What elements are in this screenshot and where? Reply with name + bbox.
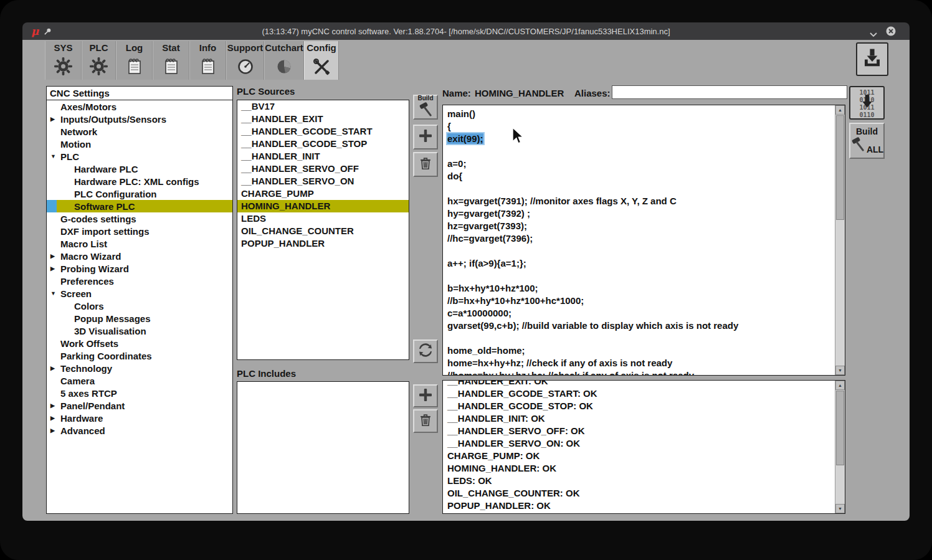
add-source-button[interactable]	[413, 125, 438, 149]
tree-item-advanced[interactable]: ▶Advanced	[47, 424, 232, 437]
tree-item-5-axes-rtcp[interactable]: 5 axes RTCP	[47, 387, 232, 399]
tree-item-hardware-plc[interactable]: Hardware PLC	[47, 163, 232, 175]
plc-source-leds[interactable]: LEDS	[237, 212, 409, 225]
plc-source-handler-init[interactable]: __HANDLER_INIT	[237, 150, 409, 163]
download-button[interactable]	[856, 42, 888, 76]
chevron-collapsed-icon[interactable]: ▶	[50, 402, 60, 409]
chevron-collapsed-icon[interactable]: ▶	[50, 427, 60, 434]
tree-item-network[interactable]: Network	[47, 125, 232, 138]
plc-source-handler-servo-off[interactable]: __HANDLER_SERVO_OFF	[237, 163, 409, 175]
tree-item-label: Popup Messages	[74, 313, 151, 324]
plc-source-handler-gcode-stop[interactable]: __HANDLER_GCODE_STOP	[237, 138, 409, 150]
reload-sources-button[interactable]	[413, 339, 438, 363]
tree-item-label: Macro Wizard	[60, 251, 121, 262]
titlebar[interactable]: μ (13:13:47) myCNC control software. Ver…	[22, 22, 910, 40]
chevron-down-icon[interactable]	[870, 29, 877, 40]
chevron-collapsed-icon[interactable]: ▶	[50, 116, 60, 122]
tree-item-plc-configuration[interactable]: PLC Configuration	[47, 187, 232, 200]
settings-tree: Axes/Motors▶Inputs/Outputs/SensorsNetwor…	[47, 100, 232, 437]
pin-icon[interactable]	[44, 27, 52, 36]
tree-item-colors[interactable]: Colors	[47, 300, 232, 312]
build-button[interactable]: Build	[413, 95, 438, 120]
build-all-button[interactable]: Build ALL	[849, 123, 885, 159]
tab-stat[interactable]: Stat	[153, 41, 189, 80]
plc-source-handler-exit[interactable]: __HANDLER_EXIT	[237, 113, 409, 125]
plc-source-handler-servo-on[interactable]: __HANDLER_SERVO_ON	[237, 175, 409, 187]
tree-item-g-codes-settings[interactable]: G-codes settings	[47, 212, 232, 225]
tab-support[interactable]: Support	[226, 41, 264, 80]
tree-item-work-offsets[interactable]: Work Offsets	[47, 337, 232, 349]
code-editor[interactable]: main(){exit(99); a=0;do{ hx=gvarget(7391…	[442, 105, 845, 376]
main-area: SYSPLCLogStatInfoSupportCutchartConfig C…	[22, 40, 910, 521]
tree-item-motion[interactable]: Motion	[47, 138, 232, 150]
chevron-expanded-icon[interactable]: ▼	[50, 290, 60, 297]
tab-sys[interactable]: SYS	[45, 41, 82, 80]
tree-item-label: Hardware	[60, 413, 103, 424]
tree-item-popup-messages[interactable]: Popup Messages	[47, 312, 232, 325]
tab-label: Support	[227, 42, 264, 53]
plc-source-bv17[interactable]: __BV17	[237, 100, 409, 113]
scroll-up-icon[interactable]: ▲	[835, 381, 845, 390]
tree-item-technology[interactable]: ▶Technology	[47, 362, 232, 374]
tab-plc[interactable]: PLC	[82, 41, 116, 80]
build-all-label-top: Build	[856, 127, 878, 136]
chevron-collapsed-icon[interactable]: ▶	[50, 365, 60, 371]
chevron-expanded-icon[interactable]: ▼	[50, 153, 60, 159]
tree-item-panel-pendant[interactable]: ▶Panel/Pendant	[47, 399, 232, 412]
tab-log[interactable]: Log	[116, 41, 153, 80]
tree-item-label: Motion	[60, 139, 91, 149]
editor-scrollbar[interactable]: ▲ ▼	[835, 105, 845, 375]
aliases-input[interactable]	[612, 85, 847, 99]
download-icon	[861, 47, 883, 72]
tree-item-preferences[interactable]: Preferences	[47, 275, 232, 287]
plc-source-popup-handler[interactable]: POPUP_HANDLER	[237, 237, 409, 250]
scroll-up-icon[interactable]: ▲	[835, 105, 845, 115]
tree-item-probing-wizard[interactable]: ▶Probing Wizard	[47, 262, 232, 275]
window-bezel: μ (13:13:47) myCNC control software. Ver…	[0, 0, 932, 560]
plc-source-handler-gcode-start[interactable]: __HANDLER_GCODE_START	[237, 125, 409, 138]
tab-label: Info	[199, 42, 217, 53]
tree-item-parking-coordinates[interactable]: Parking Coordinates	[47, 349, 232, 362]
code-line	[447, 183, 845, 195]
build-output-line: __HANDLER_SERVO_ON: OK	[447, 437, 845, 450]
tree-item-macro-list[interactable]: Macro List	[47, 237, 232, 250]
gear-icon	[54, 53, 73, 80]
build-output-line: CHARGE_PUMP: OK	[447, 450, 845, 462]
code-area[interactable]: main(){exit(99); a=0;do{ hx=gvarget(7391…	[443, 105, 845, 376]
chevron-collapsed-icon[interactable]: ▶	[50, 415, 60, 421]
tree-item-axes-motors[interactable]: Axes/Motors	[47, 100, 232, 113]
notes-icon	[126, 53, 143, 80]
scroll-down-icon[interactable]: ▼	[835, 366, 845, 375]
window-close-button[interactable]	[886, 26, 896, 39]
plc-source-charge-pump[interactable]: CHARGE_PUMP	[237, 187, 409, 200]
plc-source-homing-handler[interactable]: HOMING_HANDLER	[237, 200, 409, 212]
add-include-button[interactable]	[413, 384, 438, 407]
build-output-line: __HANDLER_GCODE_STOP: OK	[447, 400, 845, 412]
tab-cutchart[interactable]: Cutchart	[264, 41, 304, 80]
tab-info[interactable]: Info	[189, 41, 226, 80]
tree-item-dxf-import-settings[interactable]: DXF import settings	[47, 225, 232, 237]
tree-item-plc[interactable]: ▼PLC	[47, 150, 232, 163]
editor-scrollbar-thumb[interactable]	[836, 115, 844, 220]
delete-include-button[interactable]	[413, 409, 438, 433]
tree-item-inputs-outputs-sensors[interactable]: ▶Inputs/Outputs/Sensors	[47, 113, 232, 125]
chevron-collapsed-icon[interactable]: ▶	[50, 253, 60, 259]
output-scrollbar-thumb[interactable]	[836, 391, 844, 465]
tree-item-screen[interactable]: ▼Screen	[47, 287, 232, 300]
tools-icon	[312, 53, 331, 80]
code-line: hy=gvarget(7392) ;	[447, 207, 845, 220]
tree-item-hardware[interactable]: ▶Hardware	[47, 412, 232, 424]
scroll-down-icon[interactable]: ▼	[835, 504, 845, 513]
tree-item-software-plc[interactable]: Software PLC	[47, 200, 232, 212]
binary-export-button[interactable]: 1011011010110110	[849, 86, 885, 120]
tree-item-hardware-plc-xml-configs[interactable]: Hardware PLC: XML configs	[47, 175, 232, 187]
chevron-collapsed-icon[interactable]: ▶	[50, 265, 60, 272]
output-scrollbar[interactable]: ▲ ▼	[835, 381, 845, 513]
plc-source-oil-change-counter[interactable]: OIL_CHANGE_COUNTER	[237, 225, 409, 237]
tree-item-camera[interactable]: Camera	[47, 374, 232, 387]
code-line: home=hx+hy+hz; //check if any of axis is…	[447, 357, 845, 369]
delete-source-button[interactable]	[413, 152, 438, 177]
tree-item-macro-wizard[interactable]: ▶Macro Wizard	[47, 250, 232, 262]
tree-item-3d-visualisation[interactable]: 3D Visualisation	[47, 325, 232, 337]
tab-config[interactable]: Config	[304, 41, 339, 80]
